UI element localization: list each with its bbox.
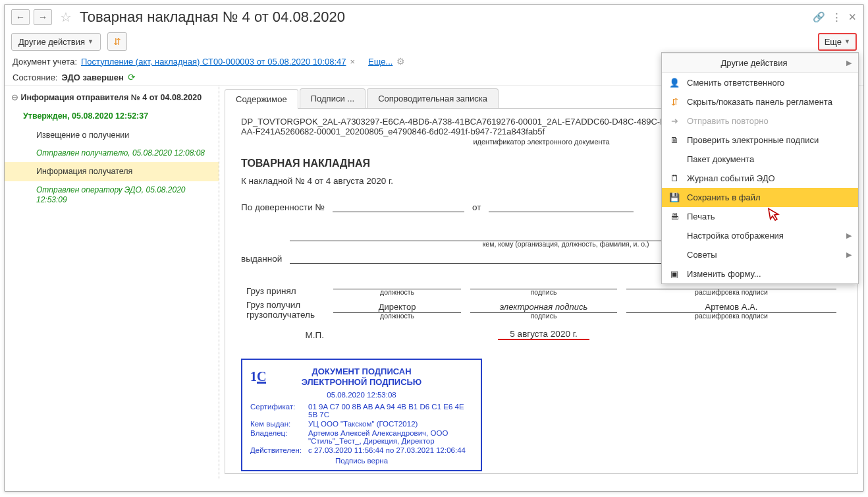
stamp-head1: ДОКУМЕНТ ПОДПИСАН: [250, 366, 473, 377]
menu-save-file[interactable]: 💾 Сохранить в файл: [662, 188, 858, 207]
state-label: Состояние:: [13, 73, 57, 82]
tree-recipient-info[interactable]: Информация получателя: [5, 162, 219, 181]
events-tree: Информация отправителя № 4 от 04.08.2020…: [5, 86, 219, 479]
stamp-owner-label: Владелец:: [250, 429, 308, 445]
window-title: Товарная накладная № 4 от 04.08.2020: [80, 9, 809, 26]
more-button[interactable]: Еще ▼: [818, 33, 857, 51]
menu-print[interactable]: 🖶 Печать: [662, 207, 858, 226]
caret-down-icon: ▼: [844, 38, 850, 45]
menu-display-settings[interactable]: Настройка отображения ▶: [662, 226, 858, 245]
clear-link-icon[interactable]: ×: [350, 57, 355, 67]
menu-toggle-panel[interactable]: ⇵ Скрыть/показать панель регламента: [662, 92, 858, 111]
tab-note[interactable]: Сопроводительная записка: [367, 88, 499, 108]
proxy-number-field: [333, 202, 464, 212]
print-icon: 🖶: [668, 212, 680, 221]
menu-change-responsible-label: Сменить ответственного: [687, 78, 852, 88]
tree-approved[interactable]: Утвержден, 05.08.2020 12:52:37: [5, 107, 219, 125]
signature-stamp: 1С ДОКУМЕНТ ПОДПИСАН ЭЛЕКТРОННОЙ ПОДПИСЬ…: [241, 359, 482, 471]
menu-other-actions-label: Другие действия: [668, 58, 840, 68]
chevron-right-icon: ▶: [846, 231, 852, 240]
other-actions-label: Другие действия: [18, 37, 85, 47]
menu-verify-label: Проверить электронные подписи: [687, 135, 852, 145]
nav-back-button[interactable]: ←: [11, 9, 30, 25]
menu-event-log[interactable]: 🗒 Журнал событий ЭДО: [662, 169, 858, 188]
state-value: ЭДО завершен: [61, 73, 123, 82]
save-icon: 💾: [668, 192, 680, 202]
stamp-owner-value: Артемов Алексей Александрович, ООО "Стил…: [308, 429, 473, 445]
gear-icon[interactable]: ⚙: [396, 56, 405, 67]
stamp-valid-label: Действителен:: [250, 446, 308, 454]
menu-change-form-label: Изменить форму...: [687, 269, 852, 279]
proxy-from-label: от: [472, 202, 481, 212]
stamp-foot: Подпись верна: [250, 457, 473, 465]
more-link[interactable]: Еще...: [368, 57, 393, 67]
tree-recipient-status: Отправлен оператору ЭДО, 05.08.2020 12:5…: [5, 181, 219, 210]
col-decipher-caption-2: расшифровка подписи: [626, 312, 836, 320]
menu-display-settings-label: Настройка отображения: [687, 231, 840, 241]
col-position-caption-2: должность: [333, 312, 461, 320]
stamp-date: 05.08.2020 12:53:08: [250, 391, 473, 399]
menu-verify[interactable]: 🗎 Проверить электронные подписи: [662, 131, 858, 150]
menu-change-responsible[interactable]: 👤 Сменить ответственного: [662, 73, 858, 92]
arrow-right-icon: ➜: [668, 116, 680, 126]
link-icon[interactable]: 🔗: [813, 11, 825, 23]
menu-print-label: Печать: [687, 212, 852, 221]
proxy-label: По доверенности №: [241, 202, 325, 212]
tree-receipt-status: Отправлен получателю, 05.08.2020 12:08:0…: [5, 144, 219, 163]
tree-root[interactable]: Информация отправителя № 4 от 04.08.2020: [5, 88, 219, 107]
doc-account-label: Документ учета:: [13, 57, 77, 67]
caret-down-icon: ▼: [88, 38, 94, 45]
stamp-valid-value: с 27.03.2020 11:56:44 по 27.03.2021 12:0…: [308, 446, 473, 454]
stamp-head2: ЭЛЕКТРОННОЙ ПОДПИСЬЮ: [250, 377, 473, 388]
menu-resend-label: Отправить повторно: [687, 116, 852, 126]
col-position-caption: должность: [333, 288, 461, 296]
other-actions-button[interactable]: Другие действия ▼: [11, 33, 101, 51]
col-decipher-caption: расшифровка подписи: [626, 288, 836, 296]
menu-toggle-panel-label: Скрыть/показать панель регламента: [687, 97, 852, 107]
more-dropdown: Другие действия ▶ 👤 Сменить ответственно…: [661, 52, 859, 284]
cargo-received-label: Груз получил грузополучатель: [242, 299, 328, 321]
menu-tips-label: Советы: [687, 250, 840, 260]
col-signature-caption-2: подпись: [470, 312, 617, 320]
menu-package[interactable]: Пакет документа: [662, 150, 858, 169]
tab-signatures[interactable]: Подписи ...: [300, 88, 366, 108]
menu-save-file-label: Сохранить в файл: [687, 192, 852, 202]
user-swap-icon: 👤: [668, 78, 680, 88]
proxy-date-field: [489, 202, 634, 212]
nav-forward-button[interactable]: →: [34, 9, 52, 25]
hierarchy-icon: ⇵: [113, 36, 121, 47]
toggle-panel-button[interactable]: ⇵: [107, 32, 127, 51]
kebab-icon[interactable]: ⋮: [832, 11, 842, 23]
doc-account-link[interactable]: Поступление (акт, накладная) СТ00-000003…: [81, 57, 346, 67]
chevron-right-icon: ▶: [846, 250, 852, 259]
menu-event-log-label: Журнал событий ЭДО: [687, 173, 852, 183]
tab-content[interactable]: Содержимое: [225, 89, 298, 109]
refresh-icon[interactable]: ⟳: [128, 72, 136, 82]
menu-package-label: Пакет документа: [687, 154, 852, 164]
hierarchy-icon: ⇵: [668, 97, 680, 107]
stamp-logo: 1С: [250, 369, 266, 384]
issued-label: выданной: [241, 254, 282, 264]
form-icon: ▣: [668, 269, 680, 279]
menu-other-actions[interactable]: Другие действия ▶: [662, 53, 858, 73]
menu-resend: ➜ Отправить повторно: [662, 111, 858, 131]
tree-receipt-notice[interactable]: Извещение о получении: [5, 126, 219, 144]
stamp-issued-value: УЦ ООО "Такском" (ГОСТ2012): [308, 420, 473, 428]
col-signature-caption: подпись: [470, 288, 617, 296]
close-icon[interactable]: ✕: [848, 11, 857, 23]
cargo-accepted-label: Груз принял: [242, 277, 328, 297]
more-label: Еще: [825, 37, 842, 47]
stamp-issued-label: Кем выдан:: [250, 420, 308, 428]
stamp-cert-label: Сертификат:: [250, 403, 308, 419]
favorite-icon[interactable]: ☆: [60, 9, 72, 25]
document-check-icon: 🗎: [668, 135, 680, 145]
mp-date: 5 августа 2020 г.: [498, 329, 589, 340]
log-icon: 🗒: [668, 173, 680, 183]
menu-change-form[interactable]: ▣ Изменить форму...: [662, 264, 858, 283]
mp-label: М.П.: [242, 322, 328, 341]
stamp-cert-value: 01 9A C7 00 8B AB AA 94 4B B1 D6 C1 E6 4…: [308, 403, 473, 419]
chevron-right-icon: ▶: [846, 59, 852, 67]
menu-tips[interactable]: Советы ▶: [662, 245, 858, 264]
